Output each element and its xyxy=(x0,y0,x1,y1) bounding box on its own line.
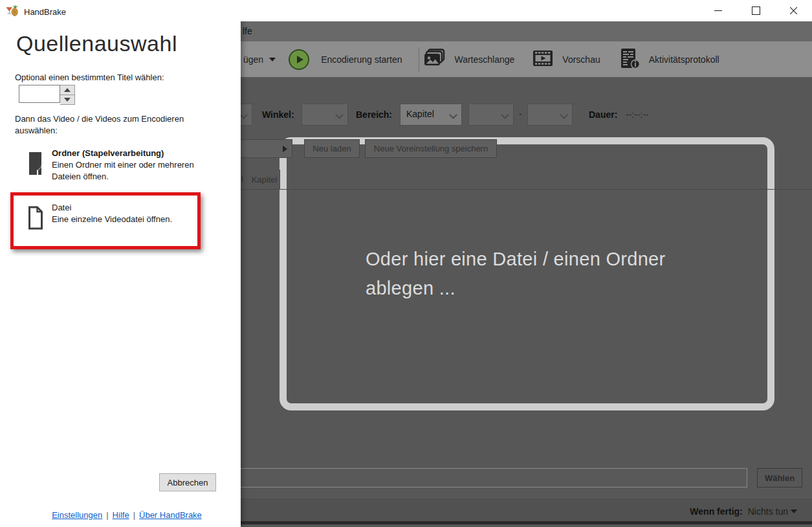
menu-bar: lfe xyxy=(241,21,812,41)
cancel-button[interactable]: Abbrechen xyxy=(159,473,216,491)
tab-kapitel[interactable]: Kapitel xyxy=(249,170,280,189)
chevron-down-icon xyxy=(791,510,797,513)
toolbar: ügen Encodierung starten Warteschlange xyxy=(241,41,812,78)
queue-icon[interactable] xyxy=(423,49,445,71)
status-bar: Wenn fertig: Nichts tun xyxy=(241,497,812,524)
option-label: Datei xyxy=(52,203,71,212)
add-source-button-fragment[interactable]: ügen xyxy=(243,54,263,65)
range-type-dropdown[interactable]: Kapitel xyxy=(400,104,462,126)
panel-title: Quellenauswahl xyxy=(16,31,177,56)
preview-icon[interactable] xyxy=(532,50,553,69)
when-done-label: Wenn fertig: xyxy=(690,506,742,517)
when-done-control[interactable]: Wenn fertig: Nichts tun xyxy=(690,506,797,517)
when-done-value: Nichts tun xyxy=(748,506,788,517)
range-separator: - xyxy=(519,109,522,119)
instruction-text: Dann das Video / die Videos zum Encodier… xyxy=(15,113,209,137)
preview-button[interactable]: Vorschau xyxy=(562,54,600,65)
chevron-down-icon xyxy=(501,111,509,119)
tab-fragment[interactable]: l xyxy=(241,174,243,184)
option-label: Ordner (Stapelverarbeitung) xyxy=(52,148,164,158)
file-icon xyxy=(27,206,44,232)
maximize-icon xyxy=(752,6,760,15)
range-to-dropdown[interactable] xyxy=(527,104,573,126)
drop-zone-message: Oder hier eine Datei / einen Ordner able… xyxy=(366,245,665,303)
toolbar-separator xyxy=(419,47,419,72)
range-label: Bereich: xyxy=(356,109,392,120)
close-button[interactable] xyxy=(774,0,812,21)
chevron-down-icon[interactable] xyxy=(269,58,276,62)
option-text: Ordner (Stapelverarbeitung) Einen Ordner… xyxy=(52,148,214,183)
start-encode-button[interactable]: Encodierung starten xyxy=(321,54,402,65)
about-link[interactable]: Über HandBrake xyxy=(139,510,202,520)
range-type-value: Kapitel xyxy=(406,109,434,119)
chevron-down-icon xyxy=(449,111,457,119)
title-dropdown-partial[interactable] xyxy=(241,104,252,126)
arrow-down-icon xyxy=(64,98,71,102)
link-separator: | xyxy=(133,510,135,520)
play-icon xyxy=(297,56,303,63)
title-number-input[interactable] xyxy=(19,85,60,103)
angle-label: Winkel: xyxy=(262,109,294,120)
chevron-down-icon xyxy=(560,111,568,119)
maximize-button[interactable] xyxy=(737,0,774,21)
activity-log-button[interactable]: Aktivitätsprotokoll xyxy=(649,54,719,65)
chevron-down-icon xyxy=(241,111,248,119)
option-description: Eine einzelne Videodatei öffnen. xyxy=(52,214,172,224)
chevron-down-icon xyxy=(335,111,344,119)
duration-value: --:--:-- xyxy=(626,109,649,120)
activity-log-icon[interactable] xyxy=(620,48,640,71)
link-separator: | xyxy=(106,510,108,520)
preset-dropdown-partial[interactable] xyxy=(241,139,292,158)
tabstrip-divider xyxy=(241,189,812,190)
settings-link[interactable]: Einstellungen xyxy=(52,510,102,520)
arrow-right-icon xyxy=(283,146,287,152)
queue-button[interactable]: Warteschlange xyxy=(454,54,514,65)
window-title: HandBrake xyxy=(24,7,66,17)
spinner-down-button[interactable] xyxy=(60,95,74,104)
option-description: Einen Ordner mit einer oder mehreren Dat… xyxy=(52,160,194,181)
start-encode-icon[interactable] xyxy=(289,49,309,70)
help-link[interactable]: Hilfe xyxy=(113,510,129,520)
duration-label: Dauer: xyxy=(589,109,617,120)
window-bottom-edge xyxy=(241,521,812,524)
handbrake-logo-icon xyxy=(6,4,19,19)
title-number-spinner xyxy=(19,85,75,105)
menu-item-hilfe-fragment[interactable]: lfe xyxy=(243,26,252,36)
minimize-button[interactable] xyxy=(699,0,737,21)
source-selection-panel: Quellenauswahl Optional einen bestimmten… xyxy=(0,0,241,527)
main-window-dimmed: lfe ügen Encodierung starten Warteschlan… xyxy=(241,21,812,527)
spinner-up-button[interactable] xyxy=(60,85,74,95)
save-preset-button[interactable]: Neue Voreinstellung speichern xyxy=(365,139,497,158)
folder-batch-icon xyxy=(27,151,44,178)
angle-dropdown[interactable] xyxy=(302,104,348,126)
arrow-up-icon xyxy=(64,88,71,92)
footer-links: Einstellungen|Hilfe|Über HandBrake xyxy=(26,510,228,520)
title-hint: Optional einen bestimmten Titel wählen: xyxy=(15,73,164,82)
destination-path-field[interactable] xyxy=(241,468,747,488)
choose-destination-button[interactable]: Wählen xyxy=(757,468,802,488)
file-drop-zone[interactable]: Oder hier eine Datei / einen Ordner able… xyxy=(280,137,774,410)
title-bar: HandBrake xyxy=(0,0,812,21)
option-text: Datei Eine einzelne Videodatei öffnen. xyxy=(52,202,214,225)
range-from-dropdown[interactable] xyxy=(468,104,514,126)
close-icon xyxy=(789,6,798,15)
reload-preset-button[interactable]: Neu laden xyxy=(304,139,360,158)
minimize-icon xyxy=(714,10,722,11)
